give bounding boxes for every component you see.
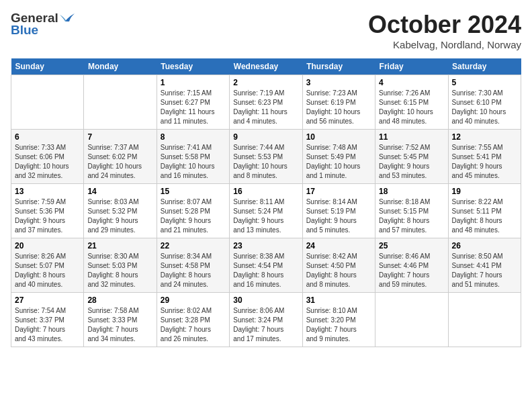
calendar-cell: 21Sunrise: 8:30 AM Sunset: 5:03 PM Dayli… [84,238,157,293]
day-header-tuesday: Tuesday [157,58,229,75]
calendar-cell: 31Sunrise: 8:10 AM Sunset: 3:20 PM Dayli… [302,293,375,347]
calendar-cell [84,75,157,130]
day-number: 30 [233,295,298,305]
calendar-cell: 22Sunrise: 8:34 AM Sunset: 4:58 PM Dayli… [157,238,229,293]
day-header-wednesday: Wednesday [230,58,302,75]
day-info: Sunrise: 7:41 AM Sunset: 5:58 PM Dayligh… [161,143,226,181]
calendar-cell: 8Sunrise: 7:41 AM Sunset: 5:58 PM Daylig… [157,130,229,184]
calendar-cell: 28Sunrise: 7:58 AM Sunset: 3:33 PM Dayli… [84,293,157,347]
day-header-sunday: Sunday [11,58,84,75]
calendar-week-5: 27Sunrise: 7:54 AM Sunset: 3:37 PM Dayli… [11,293,521,347]
day-number: 12 [452,132,517,142]
calendar-cell: 26Sunrise: 8:50 AM Sunset: 4:41 PM Dayli… [448,238,521,293]
day-number: 26 [452,241,517,250]
day-number: 19 [452,187,517,196]
calendar-header-row: SundayMondayTuesdayWednesdayThursdayFrid… [11,58,521,75]
calendar-cell: 3Sunrise: 7:23 AM Sunset: 6:19 PM Daylig… [302,75,375,130]
day-info: Sunrise: 8:38 AM Sunset: 4:54 PM Dayligh… [233,252,298,289]
location: Kabelvag, Nordland, Norway [368,39,521,50]
day-number: 15 [161,187,226,196]
day-info: Sunrise: 7:44 AM Sunset: 5:53 PM Dayligh… [233,143,298,181]
day-info: Sunrise: 7:30 AM Sunset: 6:10 PM Dayligh… [452,89,517,126]
calendar-cell: 16Sunrise: 8:11 AM Sunset: 5:24 PM Dayli… [230,184,302,238]
title-block: October 2024 Kabelvag, Nordland, Norway [368,11,521,50]
day-number: 20 [15,241,80,250]
calendar-week-3: 13Sunrise: 7:59 AM Sunset: 5:36 PM Dayli… [11,184,521,238]
calendar-cell: 19Sunrise: 8:22 AM Sunset: 5:11 PM Dayli… [448,184,521,238]
calendar-cell: 6Sunrise: 7:33 AM Sunset: 6:06 PM Daylig… [11,130,84,184]
day-info: Sunrise: 7:59 AM Sunset: 5:36 PM Dayligh… [15,197,80,235]
day-info: Sunrise: 8:34 AM Sunset: 4:58 PM Dayligh… [161,252,226,289]
day-info: Sunrise: 7:37 AM Sunset: 6:02 PM Dayligh… [87,143,152,181]
day-number: 21 [87,241,152,250]
calendar-cell: 13Sunrise: 7:59 AM Sunset: 5:36 PM Dayli… [11,184,84,238]
day-info: Sunrise: 8:11 AM Sunset: 5:24 PM Dayligh… [233,197,298,235]
day-number: 23 [233,241,298,250]
calendar-week-4: 20Sunrise: 8:26 AM Sunset: 5:07 PM Dayli… [11,238,521,293]
day-info: Sunrise: 8:03 AM Sunset: 5:32 PM Dayligh… [87,197,152,235]
day-info: Sunrise: 7:33 AM Sunset: 6:06 PM Dayligh… [15,143,80,181]
day-info: Sunrise: 8:22 AM Sunset: 5:11 PM Dayligh… [452,197,517,235]
day-header-saturday: Saturday [448,58,521,75]
day-number: 6 [15,132,80,142]
day-info: Sunrise: 8:02 AM Sunset: 3:28 PM Dayligh… [161,306,226,344]
calendar-cell: 25Sunrise: 8:46 AM Sunset: 4:46 PM Dayli… [375,238,448,293]
day-info: Sunrise: 8:46 AM Sunset: 4:46 PM Dayligh… [379,252,444,289]
day-number: 22 [161,241,226,250]
calendar-cell: 7Sunrise: 7:37 AM Sunset: 6:02 PM Daylig… [84,130,157,184]
calendar-cell: 29Sunrise: 8:02 AM Sunset: 3:28 PM Dayli… [157,293,229,347]
day-info: Sunrise: 8:06 AM Sunset: 3:24 PM Dayligh… [233,306,298,344]
calendar-cell: 10Sunrise: 7:48 AM Sunset: 5:49 PM Dayli… [302,130,375,184]
calendar-cell: 17Sunrise: 8:14 AM Sunset: 5:19 PM Dayli… [302,184,375,238]
calendar-cell: 5Sunrise: 7:30 AM Sunset: 6:10 PM Daylig… [448,75,521,130]
calendar-cell: 4Sunrise: 7:26 AM Sunset: 6:15 PM Daylig… [375,75,448,130]
day-number: 27 [15,295,80,305]
calendar-cell [375,293,448,347]
day-header-monday: Monday [84,58,157,75]
day-info: Sunrise: 8:30 AM Sunset: 5:03 PM Dayligh… [87,252,152,289]
day-info: Sunrise: 7:19 AM Sunset: 6:23 PM Dayligh… [233,89,298,126]
calendar-cell: 15Sunrise: 8:07 AM Sunset: 5:28 PM Dayli… [157,184,229,238]
day-number: 29 [161,295,226,305]
day-number: 17 [306,187,371,196]
day-header-thursday: Thursday [302,58,375,75]
calendar-cell: 2Sunrise: 7:19 AM Sunset: 6:23 PM Daylig… [230,75,302,130]
day-number: 28 [87,295,152,305]
day-info: Sunrise: 7:52 AM Sunset: 5:45 PM Dayligh… [379,143,444,181]
day-number: 24 [306,241,371,250]
logo-blue-text: Blue [11,23,38,38]
page-header: General Blue October 2024 Kabelvag, Nord… [11,11,521,50]
day-number: 5 [452,78,517,87]
day-header-friday: Friday [375,58,448,75]
calendar-cell: 20Sunrise: 8:26 AM Sunset: 5:07 PM Dayli… [11,238,84,293]
calendar-cell: 12Sunrise: 7:55 AM Sunset: 5:41 PM Dayli… [448,130,521,184]
day-number: 14 [87,187,152,196]
day-number: 4 [379,78,444,87]
day-info: Sunrise: 7:15 AM Sunset: 6:27 PM Dayligh… [161,89,226,126]
day-info: Sunrise: 8:07 AM Sunset: 5:28 PM Dayligh… [161,197,226,235]
day-info: Sunrise: 8:26 AM Sunset: 5:07 PM Dayligh… [15,252,80,289]
day-info: Sunrise: 8:42 AM Sunset: 4:50 PM Dayligh… [306,252,371,289]
day-info: Sunrise: 7:55 AM Sunset: 5:41 PM Dayligh… [452,143,517,181]
calendar-cell: 23Sunrise: 8:38 AM Sunset: 4:54 PM Dayli… [230,238,302,293]
calendar-cell: 27Sunrise: 7:54 AM Sunset: 3:37 PM Dayli… [11,293,84,347]
day-info: Sunrise: 8:14 AM Sunset: 5:19 PM Dayligh… [306,197,371,235]
day-number: 16 [233,187,298,196]
calendar-table: SundayMondayTuesdayWednesdayThursdayFrid… [11,58,521,347]
day-info: Sunrise: 8:50 AM Sunset: 4:41 PM Dayligh… [452,252,517,289]
day-info: Sunrise: 7:58 AM Sunset: 3:33 PM Dayligh… [87,306,152,344]
day-number: 25 [379,241,444,250]
calendar-cell: 24Sunrise: 8:42 AM Sunset: 4:50 PM Dayli… [302,238,375,293]
calendar-cell: 14Sunrise: 8:03 AM Sunset: 5:32 PM Dayli… [84,184,157,238]
day-number: 1 [161,78,226,87]
month-title: October 2024 [368,11,521,39]
day-number: 8 [161,132,226,142]
day-info: Sunrise: 7:23 AM Sunset: 6:19 PM Dayligh… [306,89,371,126]
calendar-cell: 18Sunrise: 8:18 AM Sunset: 5:15 PM Dayli… [375,184,448,238]
calendar-cell [11,75,84,130]
day-info: Sunrise: 8:10 AM Sunset: 3:20 PM Dayligh… [306,306,371,344]
calendar-cell: 1Sunrise: 7:15 AM Sunset: 6:27 PM Daylig… [157,75,229,130]
calendar-cell: 9Sunrise: 7:44 AM Sunset: 5:53 PM Daylig… [230,130,302,184]
day-number: 10 [306,132,371,142]
day-number: 7 [87,132,152,142]
